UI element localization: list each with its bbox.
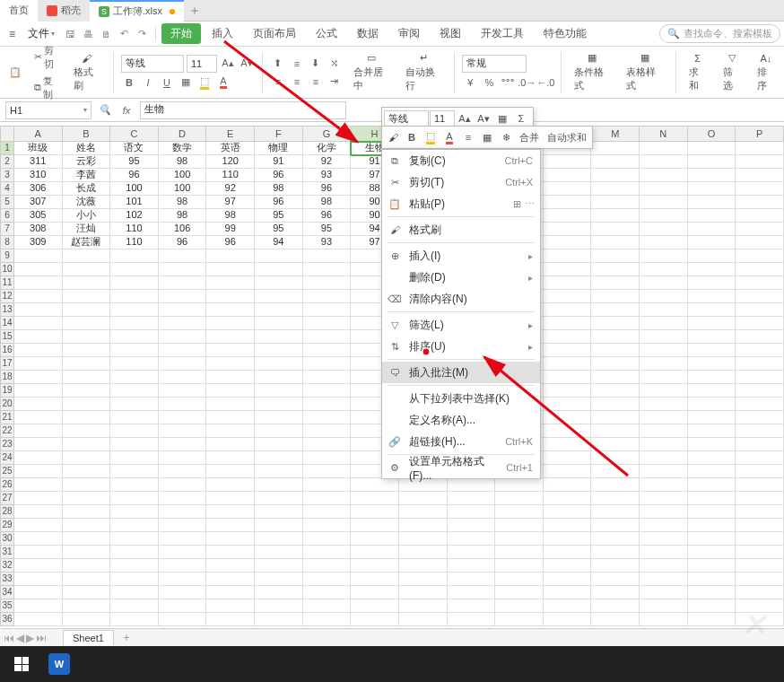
- mini-decrease-font-icon[interactable]: A▾: [475, 109, 492, 127]
- cell[interactable]: [544, 330, 592, 344]
- cell[interactable]: 95: [110, 155, 159, 169]
- cell[interactable]: 96: [159, 236, 207, 249]
- cell[interactable]: [303, 303, 352, 317]
- ribbon-tab-view[interactable]: 视图: [431, 23, 470, 44]
- cell[interactable]: [640, 532, 688, 546]
- cell[interactable]: [303, 573, 352, 586]
- cell[interactable]: [448, 519, 496, 532]
- cell[interactable]: [159, 330, 207, 344]
- mini-size-select[interactable]: 11: [430, 110, 455, 127]
- cm-cut[interactable]: ✂剪切(T)Ctrl+X: [382, 171, 540, 193]
- cell[interactable]: [544, 424, 592, 438]
- cell[interactable]: [736, 223, 784, 236]
- filter-button[interactable]: ▽筛选: [718, 50, 746, 94]
- mini-merge-button[interactable]: 合并: [516, 131, 543, 144]
- ribbon-tab-review[interactable]: 审阅: [389, 23, 429, 44]
- cell[interactable]: [159, 276, 207, 290]
- cell[interactable]: 96: [255, 196, 303, 209]
- cell[interactable]: 308: [14, 223, 63, 236]
- cell[interactable]: [159, 263, 207, 276]
- cm-copy[interactable]: ⧉复制(C)Ctrl+C: [382, 150, 540, 171]
- cell[interactable]: [591, 586, 640, 599]
- cell[interactable]: [495, 586, 544, 599]
- cell[interactable]: 95: [255, 223, 303, 236]
- mini-align-icon[interactable]: ≡: [459, 128, 477, 146]
- cell[interactable]: [736, 411, 784, 424]
- col-header-F[interactable]: F: [255, 126, 303, 142]
- cell[interactable]: [688, 303, 736, 317]
- cell[interactable]: [688, 411, 736, 424]
- sheet-nav-next-icon[interactable]: ▶: [26, 632, 34, 644]
- cell[interactable]: [640, 573, 688, 586]
- ribbon-tab-special[interactable]: 特色功能: [535, 23, 596, 44]
- cell[interactable]: [544, 492, 592, 505]
- cell[interactable]: 汪灿: [63, 223, 111, 236]
- row-header[interactable]: 23: [0, 438, 14, 451]
- cell[interactable]: [495, 573, 544, 586]
- cell[interactable]: [110, 384, 159, 398]
- cell[interactable]: [255, 303, 303, 317]
- cell[interactable]: [640, 438, 688, 451]
- cell[interactable]: [640, 169, 688, 182]
- cell[interactable]: [544, 223, 592, 236]
- row-header[interactable]: 6: [0, 209, 14, 223]
- row-header[interactable]: 18: [0, 371, 14, 384]
- auto-wrap-button[interactable]: ↵自动换行: [400, 50, 447, 94]
- cell[interactable]: 98: [206, 209, 255, 223]
- cell[interactable]: [206, 290, 255, 303]
- cell[interactable]: [544, 182, 592, 196]
- row-header[interactable]: 34: [0, 586, 14, 599]
- cell[interactable]: [448, 559, 496, 573]
- cell[interactable]: [206, 263, 255, 276]
- cell[interactable]: [255, 276, 303, 290]
- cell[interactable]: [544, 317, 592, 330]
- cell[interactable]: [110, 573, 159, 586]
- row-header[interactable]: 31: [0, 546, 14, 559]
- italic-icon[interactable]: I: [140, 74, 156, 91]
- cell[interactable]: [14, 465, 63, 478]
- cell[interactable]: [640, 142, 688, 155]
- cell[interactable]: [591, 465, 640, 478]
- cell[interactable]: [640, 290, 688, 303]
- row-header[interactable]: 9: [0, 249, 14, 263]
- cell[interactable]: 309: [14, 236, 63, 249]
- cm-insert-comment[interactable]: 🗨插入批注(M): [382, 362, 540, 383]
- cell[interactable]: 98: [159, 155, 207, 169]
- cell[interactable]: [591, 519, 640, 532]
- comma-icon[interactable]: ᵒᵒᵒ: [500, 74, 516, 91]
- cell[interactable]: [14, 492, 63, 505]
- col-header-M[interactable]: M: [591, 126, 640, 142]
- cell[interactable]: [591, 478, 640, 492]
- cell[interactable]: [14, 586, 63, 599]
- sheet-nav-first-icon[interactable]: ⏮: [4, 632, 14, 644]
- cell[interactable]: [591, 276, 640, 290]
- cell[interactable]: [14, 599, 63, 613]
- cell[interactable]: [255, 613, 303, 626]
- cell[interactable]: 物理: [255, 142, 303, 155]
- cell[interactable]: [544, 559, 592, 573]
- cell[interactable]: [591, 303, 640, 317]
- cell[interactable]: [736, 438, 784, 451]
- cell[interactable]: [544, 398, 592, 411]
- tab-docer[interactable]: 稻壳: [38, 0, 90, 22]
- cell[interactable]: [63, 249, 111, 263]
- cell[interactable]: [303, 290, 352, 303]
- cell[interactable]: [14, 546, 63, 559]
- cell[interactable]: [688, 236, 736, 249]
- cell[interactable]: [303, 249, 352, 263]
- cell[interactable]: [544, 599, 592, 613]
- cell[interactable]: [640, 263, 688, 276]
- cell[interactable]: [640, 357, 688, 371]
- cell[interactable]: [206, 357, 255, 371]
- cell[interactable]: [688, 384, 736, 398]
- align-center-icon[interactable]: ≡: [289, 74, 305, 90]
- cell[interactable]: [303, 465, 352, 478]
- cell[interactable]: [591, 613, 640, 626]
- cell[interactable]: [206, 330, 255, 344]
- cell[interactable]: [640, 384, 688, 398]
- undo-icon[interactable]: ↶: [116, 26, 132, 42]
- cell[interactable]: [63, 424, 111, 438]
- row-header[interactable]: 1: [0, 142, 14, 155]
- row-header[interactable]: 2: [0, 155, 14, 169]
- cell[interactable]: [640, 209, 688, 223]
